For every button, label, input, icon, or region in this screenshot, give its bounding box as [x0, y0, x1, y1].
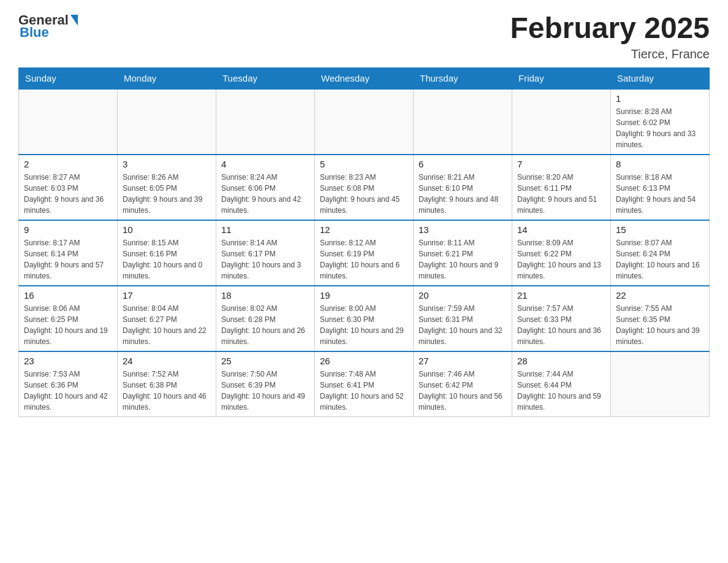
day-info: Sunrise: 8:04 AM Sunset: 6:27 PM Dayligh…	[123, 303, 211, 347]
day-number: 17	[123, 290, 211, 301]
day-info: Sunrise: 7:52 AM Sunset: 6:38 PM Dayligh…	[123, 369, 211, 413]
table-row: 21Sunrise: 7:57 AM Sunset: 6:33 PM Dayli…	[512, 286, 611, 351]
logo-blue-text: Blue	[18, 25, 49, 40]
day-number: 2	[24, 159, 112, 169]
table-row	[611, 351, 710, 417]
table-row	[118, 89, 216, 155]
day-number: 3	[123, 159, 211, 169]
table-row: 19Sunrise: 8:00 AM Sunset: 6:30 PM Dayli…	[315, 286, 414, 351]
month-title: February 2025	[510, 12, 710, 45]
day-number: 24	[123, 356, 211, 366]
day-info: Sunrise: 7:44 AM Sunset: 6:44 PM Dayligh…	[517, 369, 605, 413]
day-number: 5	[320, 159, 408, 169]
day-number: 28	[517, 356, 605, 366]
day-number: 8	[616, 159, 704, 169]
page-header: General Blue February 2025 Tierce, Franc…	[18, 12, 710, 61]
day-number: 27	[419, 356, 507, 366]
table-row: 20Sunrise: 7:59 AM Sunset: 6:31 PM Dayli…	[414, 286, 512, 351]
day-info: Sunrise: 7:55 AM Sunset: 6:35 PM Dayligh…	[616, 303, 704, 347]
logo-arrow-icon	[70, 15, 78, 26]
day-number: 6	[419, 159, 507, 169]
table-row: 7Sunrise: 8:20 AM Sunset: 6:11 PM Daylig…	[512, 155, 611, 220]
col-friday: Friday	[512, 67, 611, 89]
day-number: 21	[517, 290, 605, 301]
table-row: 2Sunrise: 8:27 AM Sunset: 6:03 PM Daylig…	[19, 155, 118, 220]
day-number: 19	[320, 290, 408, 301]
table-row	[315, 89, 414, 155]
day-number: 15	[616, 224, 704, 235]
table-row: 5Sunrise: 8:23 AM Sunset: 6:08 PM Daylig…	[315, 155, 414, 220]
day-info: Sunrise: 8:20 AM Sunset: 6:11 PM Dayligh…	[517, 172, 605, 216]
day-info: Sunrise: 7:57 AM Sunset: 6:33 PM Dayligh…	[517, 303, 605, 347]
day-info: Sunrise: 8:07 AM Sunset: 6:24 PM Dayligh…	[616, 237, 704, 282]
table-row: 1Sunrise: 8:28 AM Sunset: 6:02 PM Daylig…	[611, 89, 710, 155]
day-info: Sunrise: 8:09 AM Sunset: 6:22 PM Dayligh…	[517, 237, 605, 282]
table-row: 9Sunrise: 8:17 AM Sunset: 6:14 PM Daylig…	[19, 220, 118, 286]
table-row: 12Sunrise: 8:12 AM Sunset: 6:19 PM Dayli…	[315, 220, 414, 286]
calendar-week-row: 2Sunrise: 8:27 AM Sunset: 6:03 PM Daylig…	[19, 155, 710, 220]
table-row: 15Sunrise: 8:07 AM Sunset: 6:24 PM Dayli…	[611, 220, 710, 286]
table-row: 23Sunrise: 7:53 AM Sunset: 6:36 PM Dayli…	[19, 351, 118, 417]
table-row: 14Sunrise: 8:09 AM Sunset: 6:22 PM Dayli…	[512, 220, 611, 286]
day-info: Sunrise: 8:28 AM Sunset: 6:02 PM Dayligh…	[616, 106, 704, 150]
calendar-week-row: 16Sunrise: 8:06 AM Sunset: 6:25 PM Dayli…	[19, 286, 710, 351]
day-info: Sunrise: 8:00 AM Sunset: 6:30 PM Dayligh…	[320, 303, 408, 347]
day-number: 1	[616, 93, 704, 104]
day-info: Sunrise: 8:26 AM Sunset: 6:05 PM Dayligh…	[123, 172, 211, 216]
day-info: Sunrise: 7:48 AM Sunset: 6:41 PM Dayligh…	[320, 369, 408, 413]
day-info: Sunrise: 7:59 AM Sunset: 6:31 PM Dayligh…	[419, 303, 507, 347]
table-row: 26Sunrise: 7:48 AM Sunset: 6:41 PM Dayli…	[315, 351, 414, 417]
title-area: February 2025 Tierce, France	[510, 12, 710, 61]
day-number: 14	[517, 224, 605, 235]
day-number: 26	[320, 356, 408, 366]
day-info: Sunrise: 8:12 AM Sunset: 6:19 PM Dayligh…	[320, 237, 408, 282]
day-number: 11	[221, 224, 309, 235]
table-row	[414, 89, 512, 155]
table-row: 11Sunrise: 8:14 AM Sunset: 6:17 PM Dayli…	[216, 220, 315, 286]
col-tuesday: Tuesday	[216, 67, 315, 89]
day-info: Sunrise: 8:02 AM Sunset: 6:28 PM Dayligh…	[221, 303, 309, 347]
day-number: 16	[24, 290, 112, 301]
table-row	[216, 89, 315, 155]
day-number: 9	[24, 224, 112, 235]
table-row: 6Sunrise: 8:21 AM Sunset: 6:10 PM Daylig…	[414, 155, 512, 220]
table-row: 3Sunrise: 8:26 AM Sunset: 6:05 PM Daylig…	[118, 155, 216, 220]
day-number: 4	[221, 159, 309, 169]
table-row: 28Sunrise: 7:44 AM Sunset: 6:44 PM Dayli…	[512, 351, 611, 417]
day-info: Sunrise: 8:18 AM Sunset: 6:13 PM Dayligh…	[616, 172, 704, 216]
day-info: Sunrise: 8:15 AM Sunset: 6:16 PM Dayligh…	[123, 237, 211, 282]
calendar-week-row: 1Sunrise: 8:28 AM Sunset: 6:02 PM Daylig…	[19, 89, 710, 155]
day-number: 18	[221, 290, 309, 301]
day-info: Sunrise: 7:50 AM Sunset: 6:39 PM Dayligh…	[221, 369, 309, 413]
table-row: 8Sunrise: 8:18 AM Sunset: 6:13 PM Daylig…	[611, 155, 710, 220]
day-info: Sunrise: 8:24 AM Sunset: 6:06 PM Dayligh…	[221, 172, 309, 216]
day-number: 13	[419, 224, 507, 235]
table-row: 4Sunrise: 8:24 AM Sunset: 6:06 PM Daylig…	[216, 155, 315, 220]
day-info: Sunrise: 8:14 AM Sunset: 6:17 PM Dayligh…	[221, 237, 309, 282]
col-wednesday: Wednesday	[315, 67, 414, 89]
table-row	[512, 89, 611, 155]
day-number: 10	[123, 224, 211, 235]
day-info: Sunrise: 8:21 AM Sunset: 6:10 PM Dayligh…	[419, 172, 507, 216]
table-row: 10Sunrise: 8:15 AM Sunset: 6:16 PM Dayli…	[118, 220, 216, 286]
day-number: 25	[221, 356, 309, 366]
calendar-table: Sunday Monday Tuesday Wednesday Thursday…	[18, 67, 710, 417]
day-info: Sunrise: 8:23 AM Sunset: 6:08 PM Dayligh…	[320, 172, 408, 216]
col-sunday: Sunday	[19, 67, 118, 89]
calendar-header-row: Sunday Monday Tuesday Wednesday Thursday…	[19, 67, 710, 89]
logo: General Blue	[18, 12, 78, 40]
table-row: 25Sunrise: 7:50 AM Sunset: 6:39 PM Dayli…	[216, 351, 315, 417]
calendar-week-row: 9Sunrise: 8:17 AM Sunset: 6:14 PM Daylig…	[19, 220, 710, 286]
table-row: 18Sunrise: 8:02 AM Sunset: 6:28 PM Dayli…	[216, 286, 315, 351]
day-number: 7	[517, 159, 605, 169]
day-info: Sunrise: 8:11 AM Sunset: 6:21 PM Dayligh…	[419, 237, 507, 282]
day-info: Sunrise: 7:53 AM Sunset: 6:36 PM Dayligh…	[24, 369, 112, 413]
table-row: 13Sunrise: 8:11 AM Sunset: 6:21 PM Dayli…	[414, 220, 512, 286]
table-row: 17Sunrise: 8:04 AM Sunset: 6:27 PM Dayli…	[118, 286, 216, 351]
col-thursday: Thursday	[414, 67, 512, 89]
day-info: Sunrise: 7:46 AM Sunset: 6:42 PM Dayligh…	[419, 369, 507, 413]
table-row: 24Sunrise: 7:52 AM Sunset: 6:38 PM Dayli…	[118, 351, 216, 417]
table-row	[19, 89, 118, 155]
table-row: 16Sunrise: 8:06 AM Sunset: 6:25 PM Dayli…	[19, 286, 118, 351]
table-row: 27Sunrise: 7:46 AM Sunset: 6:42 PM Dayli…	[414, 351, 512, 417]
